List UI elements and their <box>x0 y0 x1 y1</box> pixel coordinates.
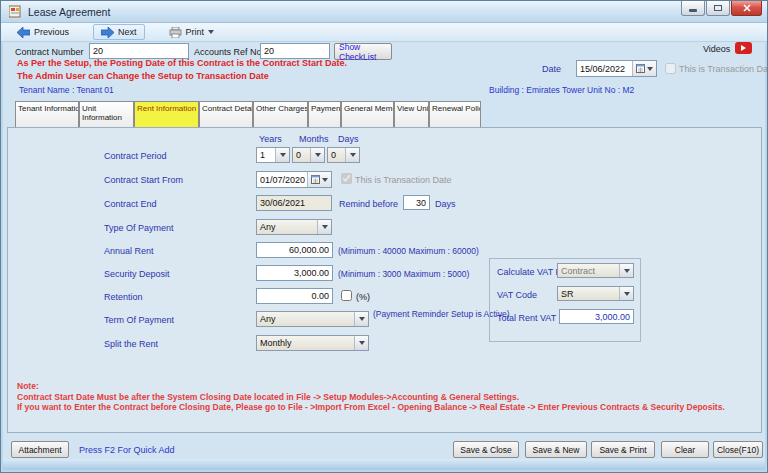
note-title: Note: <box>17 381 743 392</box>
contract-period-years-select[interactable]: 1 <box>256 147 290 163</box>
calculate-vat-caret-icon <box>619 264 633 277</box>
contract-period-months-value: 0 <box>293 149 310 161</box>
next-label: Next <box>118 27 137 37</box>
posting-date-warning: As Per the Setup, the Posting Date of th… <box>17 58 347 68</box>
close-button[interactable] <box>731 1 762 16</box>
tab-unit-information[interactable]: Unit Information <box>79 101 134 127</box>
lease-agreement-window: Lease Agreement Previous Next Print <box>0 0 768 473</box>
contract-start-calendar-button[interactable] <box>307 172 331 187</box>
term-of-payment-value: Any <box>257 313 354 325</box>
save-print-button[interactable]: Save & Print <box>591 441 655 458</box>
total-rent-vat-value[interactable] <box>559 309 634 324</box>
print-button[interactable]: Print <box>161 24 223 40</box>
remind-before-input[interactable] <box>403 195 430 210</box>
save-new-button[interactable]: Save & New <box>525 441 587 458</box>
note-line2: If you want to Enter the Contract before… <box>17 402 743 413</box>
print-dropdown-caret-icon[interactable] <box>208 30 214 34</box>
printer-icon <box>169 27 182 38</box>
date-caret-icon <box>647 67 653 71</box>
split-the-rent-label: Split the Rent <box>104 339 158 349</box>
tab-payment[interactable]: Payment <box>308 101 341 127</box>
contract-number-label: Contract Number <box>15 47 84 57</box>
quick-add-hint: Press F2 For Quick Add <box>79 445 175 455</box>
retention-input[interactable] <box>256 288 333 304</box>
tab-other-charges[interactable]: Other Charges <box>253 101 308 127</box>
previous-label: Previous <box>34 27 69 37</box>
term-of-payment-select[interactable]: Any <box>256 311 369 327</box>
contract-start-caret-icon <box>322 178 328 182</box>
minimize-button[interactable] <box>681 1 705 16</box>
security-deposit-input[interactable] <box>256 265 333 281</box>
transaction-date-checkbox-label: This is Transaction Date <box>679 64 768 74</box>
print-label: Print <box>186 27 205 37</box>
days-label: Days <box>435 199 456 209</box>
next-button[interactable]: Next <box>93 24 145 40</box>
accounts-ref-label: Accounts Ref No <box>194 47 262 57</box>
admin-setup-warning: The Admin User can Change the Setup to T… <box>17 71 269 81</box>
retention-percent-label: (%) <box>356 292 370 302</box>
annual-rent-label: Annual Rent <box>104 246 154 256</box>
split-the-rent-select[interactable]: Monthly <box>256 335 369 351</box>
months-header: Months <box>299 134 329 144</box>
years-caret-icon <box>275 148 289 162</box>
retention-percent-checkbox[interactable] <box>341 290 352 301</box>
clear-button[interactable]: Clear <box>661 441 709 458</box>
tab-view-unit[interactable]: View Unit <box>394 101 429 127</box>
contract-start-input[interactable]: 01/07/2020 <box>256 171 332 188</box>
contract-end-input[interactable] <box>256 195 332 211</box>
contract-period-days-select[interactable]: 0 <box>327 147 360 163</box>
calculate-vat-from-select[interactable]: Contract <box>557 263 634 278</box>
remind-before-label: Remind before <box>339 199 398 209</box>
contract-start-label: Contract Start From <box>104 175 183 185</box>
tab-general-memo[interactable]: General Memo <box>341 101 394 127</box>
tab-tenant-information[interactable]: Tenant Information <box>15 101 79 127</box>
security-deposit-range-hint: (Minimum : 3000 Maximum : 5000) <box>338 269 469 279</box>
tab-contract-details[interactable]: Contract Details <box>199 101 253 127</box>
vat-code-label: VAT Code <box>497 290 537 300</box>
window-controls <box>680 1 762 16</box>
type-of-payment-caret-icon <box>317 220 331 234</box>
date-value: 15/06/2022 <box>577 63 632 75</box>
days-header: Days <box>338 134 359 144</box>
videos-label: Videos <box>703 44 730 54</box>
transaction-date-checkbox[interactable] <box>665 63 676 74</box>
note-line1: Contract Start Date Must be after the Sy… <box>17 392 743 403</box>
date-calendar-button[interactable] <box>632 61 656 76</box>
contract-end-label: Contract End <box>104 199 157 209</box>
months-caret-icon <box>310 148 324 162</box>
attachment-button[interactable]: Attachment <box>11 441 69 458</box>
calendar-icon <box>636 64 645 73</box>
term-of-payment-label: Term Of Payment <box>104 315 174 325</box>
split-the-rent-caret-icon <box>354 336 368 350</box>
start-transaction-date-checkbox-label: This is Transaction Date <box>355 175 452 185</box>
security-deposit-label: Security Deposit <box>104 269 170 279</box>
contract-number-input[interactable] <box>89 43 189 59</box>
contract-period-months-select[interactable]: 0 <box>292 147 325 163</box>
tab-rent-information[interactable]: Rent Information <box>134 101 199 127</box>
note-block: Note: Contract Start Date Must be after … <box>17 381 743 413</box>
tab-renewal-policy[interactable]: Renewal Policy <box>429 101 481 127</box>
date-label: Date <box>542 64 561 74</box>
type-of-payment-select[interactable]: Any <box>256 219 332 235</box>
accounts-ref-input[interactable] <box>260 43 330 59</box>
window-title: Lease Agreement <box>28 6 110 18</box>
vat-code-select[interactable]: SR <box>557 286 634 301</box>
previous-button[interactable]: Previous <box>9 24 77 40</box>
arrow-left-icon <box>17 27 30 38</box>
close-f10-button[interactable]: Close(F10) <box>713 441 763 458</box>
years-header: Years <box>259 134 282 144</box>
calculate-vat-from-value: Contract <box>558 265 619 277</box>
type-of-payment-value: Any <box>257 221 317 233</box>
type-of-payment-label: Type Of Payment <box>104 223 174 233</box>
date-input[interactable]: 15/06/2022 <box>576 60 657 77</box>
calendar-icon <box>311 175 320 184</box>
annual-rent-input[interactable] <box>256 242 333 258</box>
contract-period-label: Contract Period <box>104 151 167 161</box>
youtube-icon[interactable] <box>735 42 752 54</box>
minimize-icon <box>689 9 697 12</box>
arrow-right-icon <box>101 27 114 38</box>
window-bottom-frame <box>3 459 765 470</box>
start-transaction-date-checkbox[interactable] <box>341 173 352 184</box>
maximize-button[interactable] <box>706 1 730 16</box>
save-close-button[interactable]: Save & Close <box>453 441 519 458</box>
